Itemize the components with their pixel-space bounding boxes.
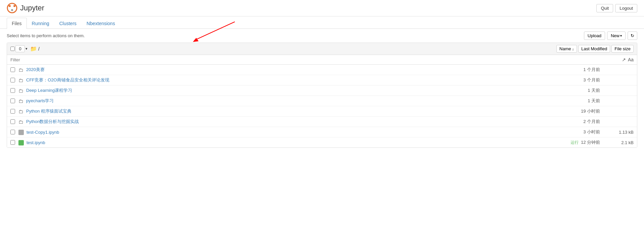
table-row: test.ipynb运行 12 分钟前2.1 kB	[7, 137, 637, 147]
row-checkbox[interactable]	[10, 130, 15, 134]
file-name-link[interactable]: 2020美赛	[26, 67, 546, 73]
notebook-icon	[18, 129, 24, 135]
select-all-checkbox[interactable]	[10, 47, 15, 51]
table-row: 🗀Deep Learning课程学习1 天前	[7, 85, 637, 96]
logout-button[interactable]: Logout	[615, 4, 637, 12]
expand-icon[interactable]: ↗	[622, 57, 626, 62]
chevron-down-icon: ▾	[620, 34, 622, 38]
logo-area: Jupyter	[7, 3, 44, 13]
tab-running[interactable]: Running	[27, 18, 54, 29]
svg-point-1	[9, 5, 11, 7]
file-modified: 3 个月前	[546, 77, 607, 83]
header: Jupyter Quit Logout	[0, 0, 644, 16]
file-modified: 19 小时前	[546, 108, 607, 114]
notebook-icon	[18, 139, 24, 145]
header-buttons: Quit Logout	[596, 4, 637, 12]
file-list: 🗀2020美赛1 个月前🗀CFF竞赛：O2O商铺食品安全相关评论发现3 个月前🗀…	[7, 65, 637, 147]
new-button[interactable]: New ▾	[607, 32, 626, 40]
row-checkbox[interactable]	[10, 67, 15, 72]
row-checkbox[interactable]	[10, 99, 15, 103]
last-modified-label: Last Modified	[581, 46, 607, 51]
dropdown-toggle[interactable]: ▾	[25, 47, 28, 51]
svg-point-3	[11, 9, 13, 11]
app-title: Jupyter	[20, 4, 44, 12]
row-checkbox[interactable]	[10, 109, 15, 114]
row-checkbox[interactable]	[10, 88, 15, 93]
refresh-icon: ↻	[631, 33, 634, 38]
file-name-link[interactable]: test.ipynb	[26, 140, 546, 145]
filter-right: ↗ Aa	[622, 57, 634, 62]
file-modified: 1 天前	[546, 87, 607, 94]
file-name-link[interactable]: Python 程序猿面试宝典	[26, 108, 546, 114]
nav-tabs: Files Running Clusters Nbextensions	[0, 18, 644, 29]
breadcrumb-bar: 0 ▾ 📁 / Name ↓ Last Modified File size	[7, 43, 637, 55]
table-row: 🗀CFF竞赛：O2O商铺食品安全相关评论发现3 个月前	[7, 75, 637, 85]
folder-icon: 🗀	[18, 88, 23, 94]
toolbar-actions: Upload New ▾ ↻	[584, 32, 637, 40]
file-size: 2.1 kB	[607, 140, 634, 145]
file-modified: 运行 12 分钟前	[546, 139, 607, 145]
filter-input[interactable]	[10, 57, 111, 62]
sort-last-modified-button[interactable]: Last Modified	[578, 45, 610, 53]
file-modified: 3 小时前	[546, 129, 607, 135]
breadcrumb-path: 📁 /	[30, 46, 40, 52]
toolbar-message: Select items to perform actions on them.	[7, 33, 85, 38]
tab-clusters[interactable]: Clusters	[54, 18, 82, 29]
folder-icon: 🗀	[18, 119, 23, 125]
file-name-link[interactable]: pyecharts学习	[26, 98, 546, 104]
folder-icon: 🗀	[18, 109, 23, 114]
name-col-label: Name	[559, 46, 571, 51]
breadcrumb-slash: /	[38, 46, 40, 52]
table-row: 🗀Python 程序猿面试宝典19 小时前	[7, 106, 637, 117]
file-name-link[interactable]: CFF竞赛：O2O商铺食品安全相关评论发现	[26, 77, 546, 83]
toolbar: Select items to perform actions on them.…	[0, 29, 644, 43]
svg-point-2	[13, 5, 15, 7]
tab-nbextensions[interactable]: Nbextensions	[82, 18, 120, 29]
file-modified: 1 个月前	[546, 67, 607, 73]
file-name-link[interactable]: Deep Learning课程学习	[26, 87, 546, 94]
case-sensitive-button[interactable]: Aa	[628, 57, 634, 62]
file-modified: 2 个月前	[546, 119, 607, 125]
upload-button[interactable]: Upload	[584, 32, 605, 40]
sort-arrow-icon: ↓	[572, 47, 574, 51]
select-all-area: 0 ▾	[10, 45, 28, 52]
row-checkbox[interactable]	[10, 140, 15, 145]
item-count: 0	[15, 45, 25, 52]
sort-file-size-button[interactable]: File size	[611, 45, 634, 53]
folder-icon: 🗀	[18, 67, 23, 73]
svg-point-0	[7, 3, 17, 13]
jupyter-logo-icon	[7, 3, 17, 13]
file-name-link[interactable]: test-Copy1.ipynb	[26, 130, 546, 135]
file-name-link[interactable]: Python数据分析与挖掘实战	[26, 119, 546, 125]
sort-name-button[interactable]: Name ↓	[556, 45, 577, 53]
refresh-button[interactable]: ↻	[628, 32, 637, 40]
table-row: 🗀pyecharts学习1 天前	[7, 96, 637, 106]
file-size-label: File size	[614, 46, 631, 51]
quit-button[interactable]: Quit	[596, 4, 613, 12]
file-browser: 0 ▾ 📁 / Name ↓ Last Modified File size	[7, 43, 637, 148]
new-button-label: New	[611, 33, 620, 38]
folder-icon: 🗀	[18, 98, 23, 104]
breadcrumb-left: 0 ▾ 📁 /	[10, 45, 40, 52]
file-modified: 1 天前	[546, 98, 607, 104]
tab-files[interactable]: Files	[7, 18, 27, 29]
column-headers: Name ↓ Last Modified File size	[556, 45, 634, 53]
file-size: 1.13 kB	[607, 130, 634, 135]
row-checkbox[interactable]	[10, 119, 15, 124]
running-badge: 运行	[571, 140, 580, 145]
table-row: 🗀2020美赛1 个月前	[7, 65, 637, 75]
table-row: 🗀Python数据分析与挖掘实战2 个月前	[7, 117, 637, 127]
row-checkbox[interactable]	[10, 78, 15, 82]
filter-row: ↗ Aa	[7, 55, 637, 65]
folder-icon: 📁	[30, 46, 37, 52]
folder-icon: 🗀	[18, 77, 23, 83]
table-row: test-Copy1.ipynb3 小时前1.13 kB	[7, 127, 637, 137]
